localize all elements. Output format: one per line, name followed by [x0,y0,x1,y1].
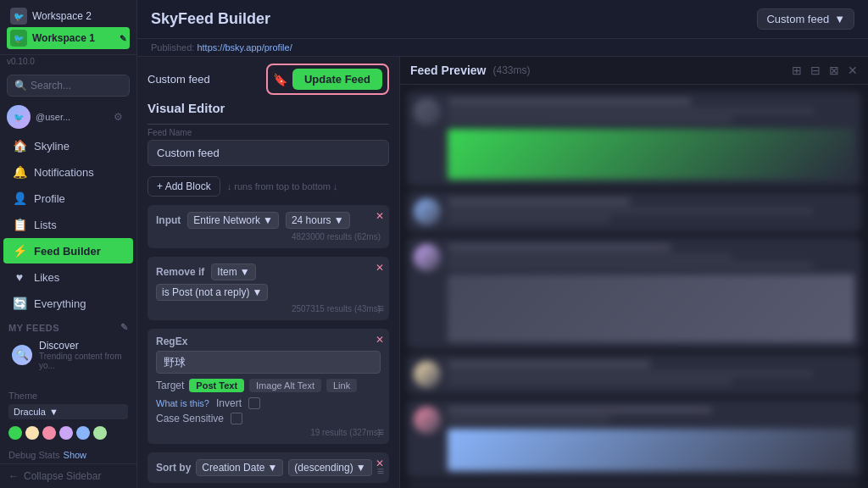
post-content [448,407,854,471]
post-content [448,244,854,342]
preview-settings-icon[interactable]: ⊟ [810,64,821,77]
input-time-select[interactable]: 24 hours ▼ [286,212,350,229]
notifications-label: Notifications [34,166,94,179]
post-image [448,274,854,342]
target-image-alt-text-button[interactable]: Image Alt Text [249,379,321,392]
published-link[interactable]: https://bsky.app/profile/ [197,42,292,53]
remove-if-block-header: Remove if Item ▼ [156,263,381,280]
post-avatar [414,407,441,434]
regex-block-results: 19 results (327ms) [156,428,381,437]
nav-list: 🏠 Skyline 🔔 Notifications 👤 Profile 📋 Li… [0,132,136,317]
target-post-text-button[interactable]: Post Text [189,379,244,392]
theme-selector[interactable]: Dracula ▼ [8,404,128,419]
collapse-sidebar-button[interactable]: ← Collapse Sidebar [0,463,136,488]
remove-if-block-close-button[interactable]: ✕ [376,262,384,274]
sort-by-field-select[interactable]: Creation Date ▼ [196,459,283,476]
my-feeds-header: My Feeds ✎ [0,317,136,335]
my-feeds-edit-button[interactable]: ✎ [120,322,129,333]
preview-post [407,237,861,349]
regex-block-title: RegEx [156,336,187,347]
workspace-2-label: Workspace 2 [32,10,92,22]
input-network-select[interactable]: Entire Network ▼ [187,212,279,229]
remove-if-condition-value: Item [217,266,236,278]
sidebar-item-everything[interactable]: 🔄 Everything [3,291,133,316]
profile-icon: 👤 [12,191,27,205]
input-time-value: 24 hours [292,214,331,226]
remove-if-condition-select[interactable]: Item ▼ [211,263,255,280]
everything-label: Everything [34,297,86,310]
feed-name-input[interactable]: Custom feed [147,140,389,166]
regex-input[interactable] [156,351,381,374]
avatar: 🐦 [7,105,31,129]
sidebar-item-skyline[interactable]: 🏠 Skyline [3,133,133,158]
post-avatar [414,361,441,388]
sidebar-item-feed-builder[interactable]: ⚡ Feed Builder [3,238,133,263]
color-dot-blue[interactable] [76,426,90,440]
theme-section: Theme Dracula ▼ [0,385,136,446]
post-text-bar [448,117,732,122]
remove-if-value-select[interactable]: is Post (not a reply) ▼ [156,284,268,301]
skyline-label: Skyline [34,140,70,152]
target-link-button[interactable]: Link [326,379,357,392]
case-sensitive-checkbox[interactable] [231,413,242,424]
feed-text: Discover Trending content from yo... [39,340,125,370]
settings-gear-icon[interactable]: ⚙ [107,108,130,126]
collapse-sidebar-label: Collapse Sidebar [24,470,101,482]
color-dot-yellow[interactable] [25,426,39,440]
sidebar-item-lists[interactable]: 📋 Lists [3,212,133,237]
feed-selector-dropdown[interactable]: Custom feed ▼ [757,8,854,30]
sort-order-select[interactable]: (descending) ▼ [288,459,371,476]
discover-feed-icon: 🔍 [12,345,32,365]
input-block-title: Input [156,214,181,226]
chevron-down-icon: ▼ [334,214,344,226]
main-header: SkyFeed Builder Custom feed ▼ [137,0,868,39]
preview-pin-icon[interactable]: ⊠ [829,64,839,77]
workspace-1-item[interactable]: 🐦 Workspace 1 ✎ [7,27,130,49]
avatar-row[interactable]: 🐦 @user... ⚙ [0,102,136,132]
preview-post [407,483,861,488]
regex-block-close-button[interactable]: ✕ [376,334,384,346]
preview-icons: ⊞ ⊟ ⊠ ✕ [792,64,858,77]
chevron-down-icon: ▼ [49,407,58,417]
avatar-name: @user... [36,112,70,122]
preview-post [407,191,861,232]
search-bar[interactable]: 🔍 Search... [7,75,130,97]
preview-grid-icon[interactable]: ⊞ [792,64,802,77]
post-text-bar [448,217,610,222]
preview-close-button[interactable]: ✕ [848,64,858,77]
color-dot-green[interactable] [8,426,22,440]
feed-builder-label: Feed Builder [34,245,101,258]
input-network-value: Entire Network [193,214,260,226]
drag-handle-icon: ≡ [377,302,384,315]
debug-stats-label: Debug Stats [8,450,60,460]
debug-show-button[interactable]: Show [64,450,87,460]
chevron-down-icon: ▼ [263,214,273,226]
what-is-this-link[interactable]: What is this? [156,398,209,408]
skyline-icon: 🏠 [12,139,27,152]
invert-checkbox[interactable] [248,397,260,409]
sidebar-item-profile[interactable]: 👤 Profile [3,186,133,211]
drag-handle-icon: ≡ [377,464,384,478]
color-dot-red[interactable] [42,426,56,440]
feed-item-discover[interactable]: 🔍 Discover Trending content from yo... [3,336,133,374]
update-feed-button[interactable]: Update Feed [292,69,382,90]
color-dot-teal[interactable] [93,426,107,440]
post-text-bar [448,380,732,385]
post-name-bar [448,98,692,105]
profile-label: Profile [34,192,65,205]
input-block-results: 4823000 results (62ms) [156,232,381,241]
post-text-bar [448,254,732,259]
preview-post [407,92,861,186]
likes-icon: ♥ [12,270,27,284]
feed-sub: Trending content from yo... [39,352,125,370]
sidebar-item-likes[interactable]: ♥ Likes [3,264,133,290]
feed-selector-value: Custom feed [766,13,829,25]
my-feeds-label: My Feeds [8,323,59,333]
input-block-close-button[interactable]: ✕ [376,210,384,222]
workspace-2-item[interactable]: 🐦 Workspace 2 [7,5,130,27]
post-avatar [414,98,441,125]
sidebar-item-notifications[interactable]: 🔔 Notifications [3,159,133,185]
preview-post [407,354,861,395]
color-dot-purple[interactable] [59,426,73,440]
add-block-button[interactable]: + Add Block [147,176,220,197]
